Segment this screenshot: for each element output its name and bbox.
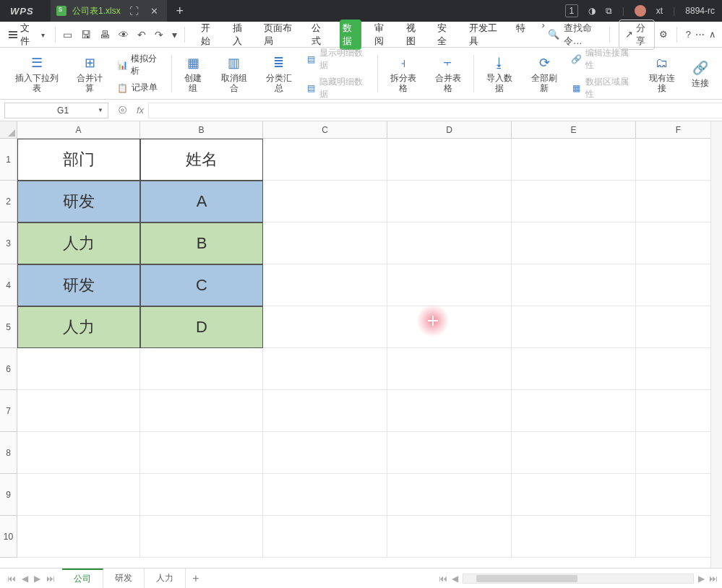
row-header[interactable]: 3	[0, 222, 17, 264]
row-header[interactable]: 8	[0, 432, 17, 474]
row-header[interactable]: 10	[0, 516, 17, 558]
refresh-all-button[interactable]: ⟳全部刷新	[522, 53, 567, 92]
cell[interactable]	[263, 306, 387, 348]
cell[interactable]	[512, 222, 636, 264]
ribbon-overflow-icon[interactable]: ›	[541, 20, 544, 50]
cell[interactable]	[636, 474, 721, 516]
cell[interactable]	[636, 516, 721, 558]
cell[interactable]	[387, 181, 512, 222]
cell[interactable]	[387, 139, 512, 181]
cell[interactable]: C	[140, 264, 263, 306]
scroll-track[interactable]	[463, 574, 694, 584]
cell[interactable]	[263, 222, 387, 264]
save-icon[interactable]: 🖫	[81, 29, 91, 40]
cell[interactable]	[636, 264, 721, 306]
insert-dropdown-button[interactable]: ☰插入下拉列表	[6, 53, 67, 92]
preview-icon[interactable]: 👁	[119, 29, 129, 40]
sync-icon[interactable]: ◑	[588, 6, 596, 16]
cell[interactable]	[263, 139, 387, 181]
column-header[interactable]: F	[636, 121, 721, 139]
next-sheet-icon[interactable]: ▶	[34, 574, 40, 584]
cell[interactable]	[636, 222, 721, 264]
cell[interactable]	[140, 474, 263, 516]
sheet-tab-hr[interactable]: 人力	[145, 568, 186, 589]
tab-present-icon[interactable]: ⛶	[126, 6, 142, 17]
scroll-last-icon[interactable]: ⏭	[709, 574, 718, 584]
help-icon[interactable]: ?	[686, 29, 691, 40]
cell[interactable]	[17, 348, 140, 390]
sheet-nav-arrows[interactable]: ⏮ ◀ ▶ ⏭	[0, 574, 62, 584]
import-data-button[interactable]: ⭳导入数据	[477, 53, 522, 92]
cell[interactable]	[17, 474, 140, 516]
share-button[interactable]: ↗ 分享	[619, 20, 655, 50]
cell[interactable]	[387, 516, 512, 558]
merge-calc-button[interactable]: ⊞合并计算	[67, 53, 112, 92]
column-header[interactable]: B	[140, 121, 263, 139]
merge-table-button[interactable]: ⫟合并表格	[426, 53, 470, 92]
grid[interactable]: 部门姓名研发A人力B研发C人力D	[17, 139, 722, 568]
column-header[interactable]: E	[512, 121, 636, 139]
fx-icon[interactable]: fx	[137, 105, 144, 116]
tab-view[interactable]: 视图	[403, 20, 425, 50]
cell[interactable]	[387, 306, 512, 348]
cell[interactable]	[512, 181, 636, 222]
tab-review[interactable]: 审阅	[371, 20, 393, 50]
cell[interactable]	[263, 432, 387, 474]
cell[interactable]: 研发	[17, 181, 140, 222]
cell[interactable]	[387, 474, 512, 516]
split-table-button[interactable]: ⫞拆分表格	[381, 53, 426, 92]
cell[interactable]: 人力	[17, 306, 140, 348]
cell[interactable]	[512, 432, 636, 474]
row-header[interactable]: 5	[0, 306, 17, 348]
sheet-tab-company[interactable]: 公司	[62, 568, 103, 589]
subtotal-button[interactable]: ≣分类汇总	[257, 53, 301, 92]
tab-page-layout[interactable]: 页面布局	[261, 20, 298, 50]
cell[interactable]: 部门	[17, 139, 140, 181]
cell[interactable]: 研发	[17, 264, 140, 306]
cell[interactable]	[140, 348, 263, 390]
redo-icon[interactable]: ↷	[155, 29, 163, 40]
tab-dev-tools[interactable]: 开发工具	[466, 20, 503, 50]
tab-special[interactable]: 特	[513, 20, 528, 50]
print-icon[interactable]: 🖶	[100, 29, 110, 40]
cell[interactable]	[636, 139, 721, 181]
add-sheet-button[interactable]: +	[186, 568, 206, 589]
tab-start[interactable]: 开始	[198, 20, 220, 50]
column-header[interactable]: C	[263, 121, 387, 139]
formula-input[interactable]	[148, 103, 722, 118]
cell[interactable]	[512, 139, 636, 181]
cell[interactable]: B	[140, 222, 263, 264]
sheet-tab-rd[interactable]: 研发	[103, 568, 145, 589]
new-tab-button[interactable]: +	[167, 4, 189, 19]
cell[interactable]	[263, 264, 387, 306]
minimize-ribbon-icon[interactable]: ∧	[709, 29, 716, 40]
zoom-icon[interactable]: ⦾	[119, 104, 126, 116]
scroll-thumb[interactable]	[476, 575, 577, 582]
collapse-ribbon-icon[interactable]: ⋯	[695, 29, 705, 40]
ungroup-button[interactable]: ▥取消组合	[212, 53, 257, 92]
cell[interactable]	[263, 348, 387, 390]
cell[interactable]	[512, 390, 636, 432]
settings-icon[interactable]: ⚙	[659, 29, 668, 40]
vertical-scrollbar[interactable]	[710, 121, 722, 568]
cell[interactable]: D	[140, 306, 263, 348]
connections-button[interactable]: 🔗连接	[684, 59, 716, 88]
cell[interactable]: A	[140, 181, 263, 222]
file-menu[interactable]: 文件	[6, 22, 48, 48]
cell[interactable]	[636, 432, 721, 474]
cell[interactable]	[140, 516, 263, 558]
cell[interactable]	[636, 348, 721, 390]
cell[interactable]	[263, 516, 387, 558]
document-tab[interactable]: 公司表1.xlsx ⛶ ✕	[51, 0, 167, 22]
cell[interactable]	[263, 474, 387, 516]
cell[interactable]	[387, 432, 512, 474]
column-header[interactable]: D	[387, 121, 512, 139]
scroll-first-icon[interactable]: ⏮	[439, 574, 447, 584]
cell[interactable]	[263, 181, 387, 222]
search-command[interactable]: 查找命令…	[564, 22, 601, 48]
chevron-down-icon[interactable]: ▼	[98, 107, 103, 113]
cell[interactable]	[140, 390, 263, 432]
scroll-right-icon[interactable]: ▶	[698, 574, 705, 584]
notification-badge[interactable]: 1	[565, 4, 578, 17]
tab-formula[interactable]: 公式	[309, 20, 330, 50]
